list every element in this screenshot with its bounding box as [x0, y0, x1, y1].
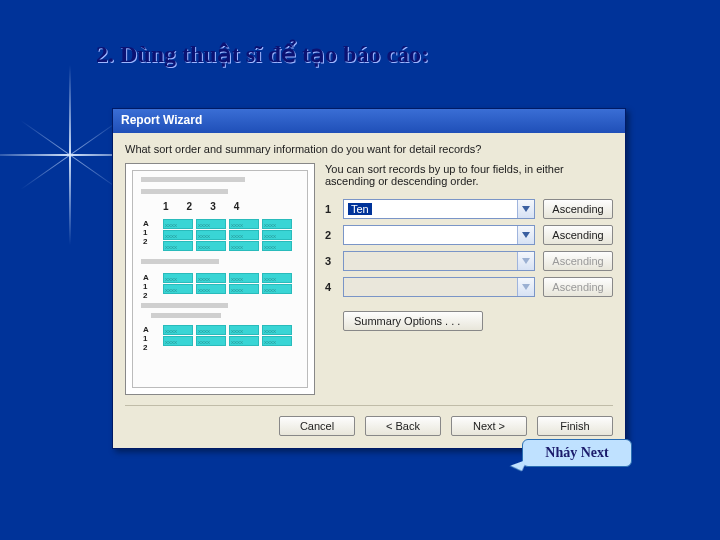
instruction-callout: Nháy Next — [522, 439, 632, 467]
cancel-button[interactable]: Cancel — [279, 416, 355, 436]
preview-header-2: 2 — [187, 201, 193, 212]
finish-button[interactable]: Finish — [537, 416, 613, 436]
summary-options-row: Summary Options . . . — [325, 311, 613, 331]
back-button[interactable]: < Back — [365, 416, 441, 436]
sort-row-number: 3 — [325, 255, 335, 267]
preview-header-1: 1 — [163, 201, 169, 212]
chevron-down-icon[interactable] — [517, 200, 534, 218]
sort-preview-illustration: 1 2 3 4 A12 A1 — [125, 163, 315, 395]
sort-row-4: 4 Ascending — [325, 277, 613, 297]
sort-row-number: 4 — [325, 281, 335, 293]
chevron-down-icon[interactable] — [517, 226, 534, 244]
sort-controls: You can sort records by up to four field… — [325, 163, 613, 395]
window-titlebar: Report Wizard — [113, 109, 625, 133]
sort-direction-3-button: Ascending — [543, 251, 613, 271]
slide-heading: 2. Dùng thuật sĩ để tạo báo cáo: — [96, 40, 429, 68]
sort-field-4-combo — [343, 277, 535, 297]
sort-field-1-value: Ten — [348, 203, 372, 215]
report-wizard-window: Report Wizard What sort order and summar… — [112, 108, 626, 449]
summary-options-button[interactable]: Summary Options . . . — [343, 311, 483, 331]
preview-column-headers: 1 2 3 4 — [163, 201, 239, 212]
wizard-prompt: What sort order and summary information … — [125, 143, 613, 155]
sort-direction-4-button: Ascending — [543, 277, 613, 297]
sort-field-3-combo — [343, 251, 535, 271]
sort-row-number: 2 — [325, 229, 335, 241]
preview-header-3: 3 — [210, 201, 216, 212]
window-client: What sort order and summary information … — [113, 133, 625, 448]
sort-row-3: 3 Ascending — [325, 251, 613, 271]
chevron-down-icon — [517, 278, 534, 296]
sort-row-2: 2 Ascending — [325, 225, 613, 245]
sort-row-number: 1 — [325, 203, 335, 215]
sort-field-2-combo[interactable] — [343, 225, 535, 245]
sort-direction-1-button[interactable]: Ascending — [543, 199, 613, 219]
wizard-button-bar: Cancel < Back Next > Finish — [125, 405, 613, 436]
preview-header-4: 4 — [234, 201, 240, 212]
window-title: Report Wizard — [121, 113, 202, 127]
next-button[interactable]: Next > — [451, 416, 527, 436]
sort-direction-2-button[interactable]: Ascending — [543, 225, 613, 245]
sort-row-1: 1 Ten Ascending — [325, 199, 613, 219]
sort-hint: You can sort records by up to four field… — [325, 163, 613, 187]
sort-field-1-combo[interactable]: Ten — [343, 199, 535, 219]
chevron-down-icon — [517, 252, 534, 270]
callout-text: Nháy Next — [545, 445, 608, 461]
